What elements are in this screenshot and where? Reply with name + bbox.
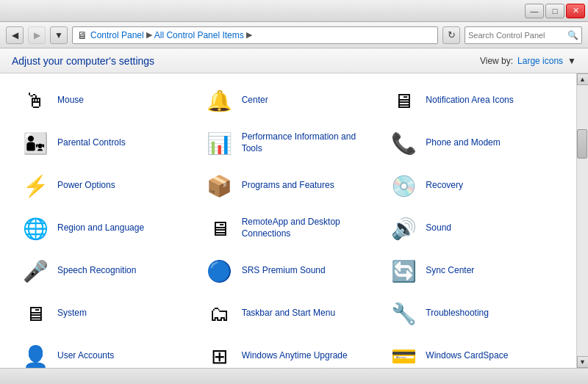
power-options-icon: ⚡ bbox=[21, 171, 50, 200]
power-options-label[interactable]: Power Options bbox=[57, 180, 115, 192]
mouse-label[interactable]: Mouse bbox=[57, 95, 84, 106]
minimize-button[interactable]: — bbox=[525, 4, 544, 18]
control-item-sync-center[interactable]: 🔄Sync Center bbox=[380, 250, 564, 292]
back-button[interactable]: ◀ bbox=[6, 26, 24, 44]
speech-recognition-label[interactable]: Speech Recognition bbox=[57, 265, 136, 277]
user-accounts-label[interactable]: User Accounts bbox=[57, 350, 114, 362]
scrollbar[interactable]: ▲ ▼ bbox=[576, 73, 588, 368]
main-area: 🖱Mouse🔔Center🖥Notification Area Icons👨‍👧… bbox=[0, 73, 588, 368]
srs-premium-sound-icon: 🔵 bbox=[205, 256, 234, 286]
view-by-arrow-icon: ▼ bbox=[567, 56, 576, 66]
control-item-remote-app[interactable]: 🖥RemoteApp and Desktop Connections bbox=[196, 207, 381, 250]
parental-controls-label[interactable]: Parental Controls bbox=[57, 137, 126, 149]
action-center-icon: 🔔 bbox=[205, 86, 234, 115]
search-icon[interactable]: 🔍 bbox=[567, 30, 578, 40]
scroll-up-button[interactable]: ▲ bbox=[577, 73, 589, 85]
scroll-down-button[interactable]: ▼ bbox=[577, 356, 589, 368]
troubleshooting-icon: 🔧 bbox=[389, 299, 418, 328]
control-item-region-language[interactable]: 🌐Region and Language bbox=[12, 207, 196, 250]
performance-label[interactable]: Performance Information and Tools bbox=[242, 131, 372, 154]
programs-features-label[interactable]: Programs and Features bbox=[242, 180, 334, 192]
remote-app-label[interactable]: RemoteApp and Desktop Connections bbox=[242, 217, 372, 239]
maximize-button[interactable]: □ bbox=[545, 4, 564, 18]
search-box[interactable]: 🔍 bbox=[465, 26, 582, 44]
control-item-windows-anytime[interactable]: ⊞Windows Anytime Upgrade bbox=[196, 335, 381, 368]
breadcrumb-all-items[interactable]: All Control Panel Items bbox=[154, 30, 244, 40]
view-by-button[interactable]: Large icons bbox=[517, 56, 563, 66]
control-item-power-options[interactable]: ⚡Power Options bbox=[12, 164, 196, 207]
status-bar bbox=[0, 368, 588, 384]
mouse-icon: 🖱 bbox=[21, 86, 50, 115]
phone-modem-label[interactable]: Phone and Modem bbox=[426, 137, 500, 149]
user-accounts-icon: 👤 bbox=[21, 341, 50, 368]
notification-area-icons-label[interactable]: Notification Area Icons bbox=[426, 95, 513, 106]
control-item-windows-cardspace[interactable]: 💳Windows CardSpace bbox=[380, 335, 564, 368]
remote-app-icon: 🖥 bbox=[205, 214, 234, 243]
region-language-label[interactable]: Region and Language bbox=[57, 222, 144, 234]
control-item-speech-recognition[interactable]: 🎤Speech Recognition bbox=[12, 250, 196, 292]
taskbar-start-menu-label[interactable]: Taskbar and Start Menu bbox=[242, 308, 335, 319]
control-item-sound[interactable]: 🔊Sound bbox=[380, 207, 564, 250]
breadcrumb-control-panel[interactable]: Control Panel bbox=[90, 30, 144, 40]
control-item-taskbar-start-menu[interactable]: 🗂Taskbar and Start Menu bbox=[196, 292, 381, 335]
windows-anytime-label[interactable]: Windows Anytime Upgrade bbox=[242, 350, 348, 362]
notification-area-icons-icon: 🖥 bbox=[389, 86, 418, 115]
control-item-phone-modem[interactable]: 📞Phone and Modem bbox=[380, 122, 564, 164]
scroll-thumb[interactable] bbox=[577, 129, 587, 159]
content-area: 🖱Mouse🔔Center🖥Notification Area Icons👨‍👧… bbox=[0, 73, 576, 368]
refresh-button[interactable]: ↻ bbox=[442, 26, 460, 44]
control-item-user-accounts[interactable]: 👤User Accounts bbox=[12, 335, 196, 368]
recovery-label[interactable]: Recovery bbox=[426, 180, 463, 192]
toolbar: Adjust your computer's settings View by:… bbox=[0, 48, 588, 73]
recovery-icon: 💿 bbox=[389, 171, 418, 200]
control-item-programs-features[interactable]: 📦Programs and Features bbox=[196, 164, 381, 207]
sound-icon: 🔊 bbox=[389, 214, 418, 243]
close-button[interactable]: ✕ bbox=[566, 4, 585, 18]
control-item-notification-area-icons[interactable]: 🖥Notification Area Icons bbox=[380, 79, 564, 122]
title-bar: — □ ✕ bbox=[0, 0, 588, 22]
performance-icon: 📊 bbox=[205, 128, 234, 158]
control-item-system[interactable]: 🖥System bbox=[12, 292, 196, 335]
sync-center-label[interactable]: Sync Center bbox=[426, 265, 474, 277]
sync-center-icon: 🔄 bbox=[389, 256, 418, 286]
items-grid: 🖱Mouse🔔Center🖥Notification Area Icons👨‍👧… bbox=[12, 79, 564, 368]
phone-modem-icon: 📞 bbox=[389, 128, 418, 158]
forward-button[interactable]: ▶ bbox=[28, 26, 46, 44]
page-title: Adjust your computer's settings bbox=[12, 55, 154, 67]
control-item-troubleshooting[interactable]: 🔧Troubleshooting bbox=[380, 292, 564, 335]
control-item-action-center[interactable]: 🔔Center bbox=[196, 79, 381, 122]
windows-cardspace-icon: 💳 bbox=[389, 341, 418, 368]
control-item-mouse[interactable]: 🖱Mouse bbox=[12, 79, 196, 122]
action-center-label[interactable]: Center bbox=[242, 95, 268, 106]
control-item-performance[interactable]: 📊Performance Information and Tools bbox=[196, 122, 381, 164]
address-field[interactable]: 🖥 Control Panel ▶ All Control Panel Item… bbox=[72, 26, 438, 44]
scroll-track[interactable] bbox=[577, 85, 588, 356]
windows-cardspace-label[interactable]: Windows CardSpace bbox=[426, 350, 508, 362]
control-item-parental-controls[interactable]: 👨‍👧Parental Controls bbox=[12, 122, 196, 164]
control-item-srs-premium-sound[interactable]: 🔵SRS Premium Sound bbox=[196, 250, 381, 292]
srs-premium-sound-label[interactable]: SRS Premium Sound bbox=[242, 265, 326, 277]
parental-controls-icon: 👨‍👧 bbox=[21, 128, 50, 158]
dropdown-button[interactable]: ▼ bbox=[50, 26, 68, 44]
speech-recognition-icon: 🎤 bbox=[21, 256, 50, 286]
control-item-recovery[interactable]: 💿Recovery bbox=[380, 164, 564, 207]
system-icon: 🖥 bbox=[21, 299, 50, 328]
region-language-icon: 🌐 bbox=[21, 214, 50, 243]
system-label[interactable]: System bbox=[57, 308, 87, 319]
taskbar-start-menu-icon: 🗂 bbox=[205, 299, 234, 328]
view-by-label: View by: bbox=[480, 56, 513, 66]
programs-features-icon: 📦 bbox=[205, 171, 234, 200]
address-bar: ◀ ▶ ▼ 🖥 Control Panel ▶ All Control Pane… bbox=[0, 22, 588, 48]
sound-label[interactable]: Sound bbox=[426, 222, 451, 234]
windows-anytime-icon: ⊞ bbox=[205, 341, 234, 368]
search-input[interactable] bbox=[468, 31, 565, 40]
title-bar-buttons: — □ ✕ bbox=[525, 4, 585, 18]
troubleshooting-label[interactable]: Troubleshooting bbox=[426, 308, 489, 319]
view-by-control: View by: Large icons ▼ bbox=[480, 56, 576, 66]
